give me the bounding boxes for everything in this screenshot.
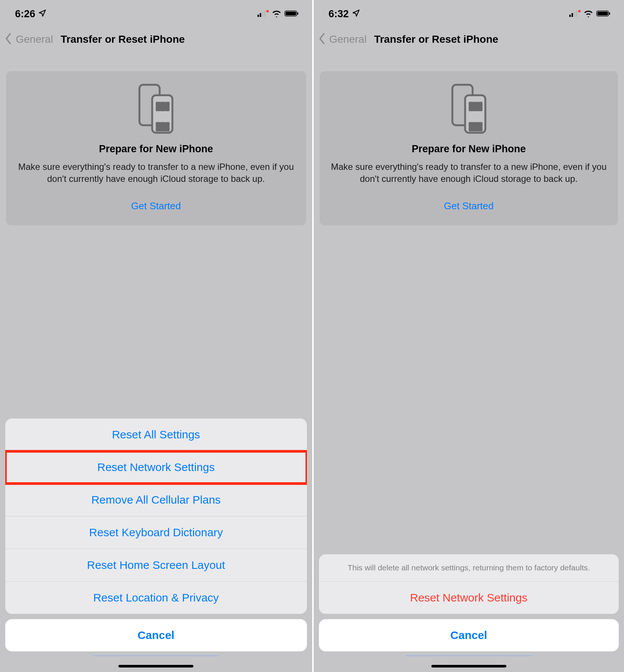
svg-rect-29 <box>609 12 610 15</box>
svg-rect-19 <box>157 128 160 130</box>
cancel-button[interactable]: Cancel <box>319 619 619 651</box>
wifi-icon <box>272 8 281 20</box>
confirm-message: This will delete all network settings, r… <box>319 554 619 582</box>
back-label[interactable]: General <box>16 33 53 45</box>
obscured-row: ‾‾‾‾‾‾‾‾‾‾‾‾‾‾‾‾‾‾‾‾‾‾‾‾‾‾‾‾‾‾‾‾‾‾‾‾‾‾ <box>5 651 307 667</box>
svg-rect-18 <box>166 123 169 126</box>
status-bar: 6:32 <box>314 0 624 23</box>
reset-location-privacy-option[interactable]: Reset Location & Privacy <box>5 582 307 614</box>
svg-rect-25 <box>576 10 578 17</box>
svg-rect-36 <box>474 107 477 110</box>
reset-home-screen-option[interactable]: Reset Home Screen Layout <box>5 549 307 582</box>
cellular-icon <box>569 8 581 20</box>
svg-rect-2 <box>262 12 263 17</box>
back-label[interactable]: General <box>329 33 367 45</box>
screenshot-left: 6:26 <box>0 0 312 672</box>
svg-rect-23 <box>572 13 573 17</box>
wifi-icon <box>584 8 593 20</box>
svg-rect-32 <box>470 103 473 106</box>
confirm-sheet: This will delete all network settings, r… <box>319 554 619 614</box>
prepare-card: Prepare for New iPhone Make sure everyth… <box>320 71 618 225</box>
svg-rect-21 <box>166 128 169 130</box>
svg-rect-33 <box>474 103 477 106</box>
svg-rect-1 <box>260 13 261 17</box>
svg-rect-14 <box>161 107 164 110</box>
status-bar: 6:26 <box>0 0 312 23</box>
svg-rect-0 <box>257 15 259 17</box>
reset-network-settings-option[interactable]: Reset Network Settings <box>5 451 307 484</box>
svg-rect-35 <box>470 107 473 110</box>
status-time: 6:32 <box>329 8 349 20</box>
svg-rect-6 <box>286 12 296 15</box>
page-title: Transfer or Reset iPhone <box>374 33 498 45</box>
svg-rect-20 <box>161 128 164 130</box>
battery-icon <box>284 8 299 20</box>
prepare-card: Prepare for New iPhone Make sure everyth… <box>6 71 306 225</box>
card-heading: Prepare for New iPhone <box>16 143 296 155</box>
page-title: Transfer or Reset iPhone <box>61 33 185 45</box>
card-heading: Prepare for New iPhone <box>330 143 608 155</box>
svg-rect-40 <box>479 123 482 126</box>
svg-rect-7 <box>297 12 298 15</box>
svg-point-26 <box>578 10 581 12</box>
home-indicator[interactable] <box>431 665 506 668</box>
svg-rect-12 <box>166 103 169 106</box>
back-chevron-icon[interactable] <box>318 32 326 46</box>
svg-rect-28 <box>597 12 608 15</box>
battery-icon <box>596 8 611 20</box>
action-sheet-container: This will delete all network settings, r… <box>314 554 624 672</box>
svg-rect-43 <box>479 128 482 130</box>
home-indicator[interactable] <box>118 665 193 668</box>
confirm-reset-network-button[interactable]: Reset Network Settings <box>319 582 619 614</box>
svg-rect-41 <box>470 128 473 130</box>
action-sheet-container: Reset All Settings Reset Network Setting… <box>0 418 312 672</box>
back-chevron-icon[interactable] <box>4 32 13 46</box>
status-time: 6:26 <box>15 8 35 20</box>
nav-header: General Transfer or Reset iPhone <box>0 23 312 55</box>
card-description: Make sure everything's ready to transfer… <box>16 161 296 185</box>
devices-icon <box>330 82 608 135</box>
card-description: Make sure everything's ready to transfer… <box>330 161 608 185</box>
nav-header: General Transfer or Reset iPhone <box>314 23 624 55</box>
location-icon <box>38 8 46 20</box>
svg-rect-37 <box>479 107 482 110</box>
location-icon <box>352 8 360 20</box>
svg-rect-16 <box>157 123 160 126</box>
get-started-link[interactable]: Get Started <box>16 200 296 212</box>
svg-rect-11 <box>161 103 164 106</box>
cellular-icon <box>257 8 269 20</box>
svg-rect-42 <box>474 128 477 130</box>
remove-cellular-plans-option[interactable]: Remove All Cellular Plans <box>5 484 307 516</box>
reset-keyboard-dictionary-option[interactable]: Reset Keyboard Dictionary <box>5 516 307 549</box>
reset-options-sheet: Reset All Settings Reset Network Setting… <box>5 418 307 614</box>
svg-rect-24 <box>574 12 575 17</box>
svg-rect-13 <box>157 107 160 110</box>
get-started-link[interactable]: Get Started <box>330 200 608 212</box>
svg-rect-22 <box>569 15 571 17</box>
obscured-row: ‾‾‾‾‾‾‾‾‾‾‾‾‾‾‾‾‾‾‾‾‾‾‾‾‾‾‾‾‾‾‾‾‾‾‾‾‾‾ <box>319 651 619 667</box>
svg-point-4 <box>266 10 268 12</box>
svg-rect-39 <box>474 123 477 126</box>
svg-rect-34 <box>479 103 482 106</box>
reset-all-settings-option[interactable]: Reset All Settings <box>5 418 307 451</box>
svg-rect-10 <box>157 103 160 106</box>
screenshot-right: 6:32 <box>312 0 624 672</box>
svg-rect-15 <box>166 107 169 110</box>
svg-rect-38 <box>470 123 473 126</box>
cancel-button[interactable]: Cancel <box>5 619 307 651</box>
svg-rect-3 <box>264 10 266 17</box>
devices-icon <box>16 82 296 135</box>
svg-rect-17 <box>161 123 164 126</box>
